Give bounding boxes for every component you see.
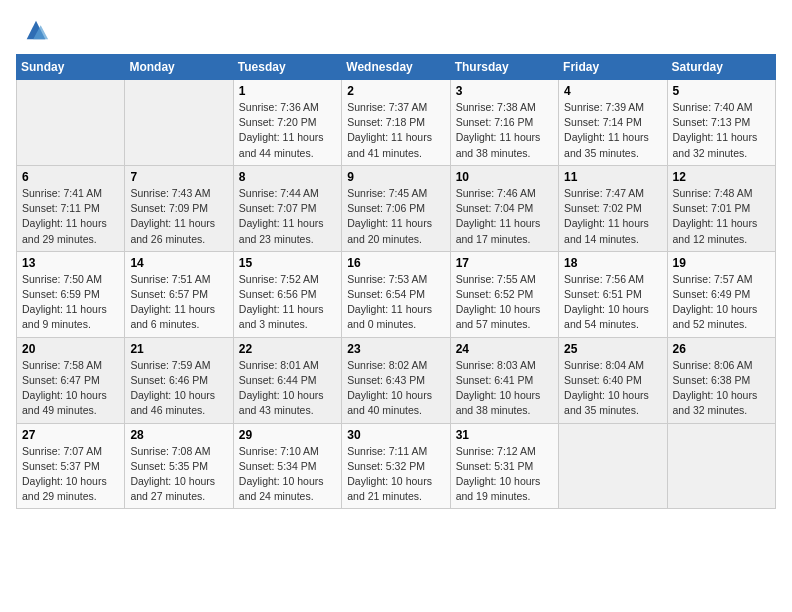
day-info: Sunrise: 7:38 AM Sunset: 7:16 PM Dayligh… bbox=[456, 100, 553, 161]
sunset: Sunset: 7:07 PM bbox=[239, 201, 336, 216]
day-number: 17 bbox=[456, 256, 553, 270]
sunrise: Sunrise: 7:38 AM bbox=[456, 100, 553, 115]
day-info: Sunrise: 7:12 AM Sunset: 5:31 PM Dayligh… bbox=[456, 444, 553, 505]
calendar-cell: 11 Sunrise: 7:47 AM Sunset: 7:02 PM Dayl… bbox=[559, 165, 667, 251]
calendar-cell: 28 Sunrise: 7:08 AM Sunset: 5:35 PM Dayl… bbox=[125, 423, 233, 509]
calendar-cell: 23 Sunrise: 8:02 AM Sunset: 6:43 PM Dayl… bbox=[342, 337, 450, 423]
day-info: Sunrise: 7:48 AM Sunset: 7:01 PM Dayligh… bbox=[673, 186, 770, 247]
daylight: Daylight: 11 hours and 9 minutes. bbox=[22, 302, 119, 332]
sunset: Sunset: 7:18 PM bbox=[347, 115, 444, 130]
sunrise: Sunrise: 7:50 AM bbox=[22, 272, 119, 287]
sunset: Sunset: 7:16 PM bbox=[456, 115, 553, 130]
week-row-3: 13 Sunrise: 7:50 AM Sunset: 6:59 PM Dayl… bbox=[17, 251, 776, 337]
calendar-cell: 2 Sunrise: 7:37 AM Sunset: 7:18 PM Dayli… bbox=[342, 80, 450, 166]
calendar-cell: 8 Sunrise: 7:44 AM Sunset: 7:07 PM Dayli… bbox=[233, 165, 341, 251]
daylight: Daylight: 10 hours and 32 minutes. bbox=[673, 388, 770, 418]
sunrise: Sunrise: 7:53 AM bbox=[347, 272, 444, 287]
sunset: Sunset: 7:01 PM bbox=[673, 201, 770, 216]
calendar-table: SundayMondayTuesdayWednesdayThursdayFrid… bbox=[16, 54, 776, 509]
sunset: Sunset: 7:20 PM bbox=[239, 115, 336, 130]
sunrise: Sunrise: 7:58 AM bbox=[22, 358, 119, 373]
sunrise: Sunrise: 7:43 AM bbox=[130, 186, 227, 201]
sunrise: Sunrise: 7:08 AM bbox=[130, 444, 227, 459]
sunrise: Sunrise: 8:06 AM bbox=[673, 358, 770, 373]
header-sunday: Sunday bbox=[17, 55, 125, 80]
day-info: Sunrise: 7:45 AM Sunset: 7:06 PM Dayligh… bbox=[347, 186, 444, 247]
day-number: 15 bbox=[239, 256, 336, 270]
sunrise: Sunrise: 8:04 AM bbox=[564, 358, 661, 373]
sunset: Sunset: 7:11 PM bbox=[22, 201, 119, 216]
day-number: 5 bbox=[673, 84, 770, 98]
daylight: Daylight: 11 hours and 23 minutes. bbox=[239, 216, 336, 246]
sunset: Sunset: 6:51 PM bbox=[564, 287, 661, 302]
day-info: Sunrise: 7:47 AM Sunset: 7:02 PM Dayligh… bbox=[564, 186, 661, 247]
header-thursday: Thursday bbox=[450, 55, 558, 80]
daylight: Daylight: 11 hours and 20 minutes. bbox=[347, 216, 444, 246]
daylight: Daylight: 11 hours and 32 minutes. bbox=[673, 130, 770, 160]
daylight: Daylight: 11 hours and 44 minutes. bbox=[239, 130, 336, 160]
day-info: Sunrise: 7:55 AM Sunset: 6:52 PM Dayligh… bbox=[456, 272, 553, 333]
day-info: Sunrise: 7:11 AM Sunset: 5:32 PM Dayligh… bbox=[347, 444, 444, 505]
day-info: Sunrise: 7:10 AM Sunset: 5:34 PM Dayligh… bbox=[239, 444, 336, 505]
calendar-cell: 21 Sunrise: 7:59 AM Sunset: 6:46 PM Dayl… bbox=[125, 337, 233, 423]
calendar-cell: 27 Sunrise: 7:07 AM Sunset: 5:37 PM Dayl… bbox=[17, 423, 125, 509]
calendar-cell bbox=[17, 80, 125, 166]
day-info: Sunrise: 7:57 AM Sunset: 6:49 PM Dayligh… bbox=[673, 272, 770, 333]
day-info: Sunrise: 8:06 AM Sunset: 6:38 PM Dayligh… bbox=[673, 358, 770, 419]
daylight: Daylight: 10 hours and 54 minutes. bbox=[564, 302, 661, 332]
calendar-cell: 18 Sunrise: 7:56 AM Sunset: 6:51 PM Dayl… bbox=[559, 251, 667, 337]
day-number: 11 bbox=[564, 170, 661, 184]
sunset: Sunset: 6:47 PM bbox=[22, 373, 119, 388]
sunrise: Sunrise: 7:59 AM bbox=[130, 358, 227, 373]
day-number: 24 bbox=[456, 342, 553, 356]
calendar-cell: 12 Sunrise: 7:48 AM Sunset: 7:01 PM Dayl… bbox=[667, 165, 775, 251]
day-info: Sunrise: 7:46 AM Sunset: 7:04 PM Dayligh… bbox=[456, 186, 553, 247]
sunrise: Sunrise: 7:44 AM bbox=[239, 186, 336, 201]
day-info: Sunrise: 7:59 AM Sunset: 6:46 PM Dayligh… bbox=[130, 358, 227, 419]
sunrise: Sunrise: 7:40 AM bbox=[673, 100, 770, 115]
day-number: 8 bbox=[239, 170, 336, 184]
calendar-cell bbox=[667, 423, 775, 509]
day-info: Sunrise: 7:58 AM Sunset: 6:47 PM Dayligh… bbox=[22, 358, 119, 419]
sunrise: Sunrise: 7:10 AM bbox=[239, 444, 336, 459]
day-number: 25 bbox=[564, 342, 661, 356]
daylight: Daylight: 10 hours and 40 minutes. bbox=[347, 388, 444, 418]
daylight: Daylight: 10 hours and 57 minutes. bbox=[456, 302, 553, 332]
day-info: Sunrise: 7:39 AM Sunset: 7:14 PM Dayligh… bbox=[564, 100, 661, 161]
daylight: Daylight: 11 hours and 26 minutes. bbox=[130, 216, 227, 246]
sunset: Sunset: 6:38 PM bbox=[673, 373, 770, 388]
calendar-cell: 7 Sunrise: 7:43 AM Sunset: 7:09 PM Dayli… bbox=[125, 165, 233, 251]
calendar-cell: 9 Sunrise: 7:45 AM Sunset: 7:06 PM Dayli… bbox=[342, 165, 450, 251]
daylight: Daylight: 11 hours and 6 minutes. bbox=[130, 302, 227, 332]
sunrise: Sunrise: 7:46 AM bbox=[456, 186, 553, 201]
sunset: Sunset: 5:35 PM bbox=[130, 459, 227, 474]
day-info: Sunrise: 7:51 AM Sunset: 6:57 PM Dayligh… bbox=[130, 272, 227, 333]
day-info: Sunrise: 8:04 AM Sunset: 6:40 PM Dayligh… bbox=[564, 358, 661, 419]
calendar-cell: 26 Sunrise: 8:06 AM Sunset: 6:38 PM Dayl… bbox=[667, 337, 775, 423]
day-number: 16 bbox=[347, 256, 444, 270]
sunrise: Sunrise: 7:47 AM bbox=[564, 186, 661, 201]
calendar-cell: 25 Sunrise: 8:04 AM Sunset: 6:40 PM Dayl… bbox=[559, 337, 667, 423]
calendar-cell: 16 Sunrise: 7:53 AM Sunset: 6:54 PM Dayl… bbox=[342, 251, 450, 337]
sunrise: Sunrise: 7:57 AM bbox=[673, 272, 770, 287]
calendar-cell: 5 Sunrise: 7:40 AM Sunset: 7:13 PM Dayli… bbox=[667, 80, 775, 166]
sunset: Sunset: 6:49 PM bbox=[673, 287, 770, 302]
sunrise: Sunrise: 7:48 AM bbox=[673, 186, 770, 201]
day-info: Sunrise: 7:44 AM Sunset: 7:07 PM Dayligh… bbox=[239, 186, 336, 247]
calendar-cell bbox=[125, 80, 233, 166]
header-tuesday: Tuesday bbox=[233, 55, 341, 80]
week-row-4: 20 Sunrise: 7:58 AM Sunset: 6:47 PM Dayl… bbox=[17, 337, 776, 423]
sunrise: Sunrise: 8:02 AM bbox=[347, 358, 444, 373]
sunset: Sunset: 6:57 PM bbox=[130, 287, 227, 302]
sunrise: Sunrise: 7:39 AM bbox=[564, 100, 661, 115]
calendar-cell: 3 Sunrise: 7:38 AM Sunset: 7:16 PM Dayli… bbox=[450, 80, 558, 166]
day-info: Sunrise: 7:08 AM Sunset: 5:35 PM Dayligh… bbox=[130, 444, 227, 505]
logo-icon bbox=[22, 16, 50, 44]
sunset: Sunset: 7:06 PM bbox=[347, 201, 444, 216]
day-number: 6 bbox=[22, 170, 119, 184]
day-number: 4 bbox=[564, 84, 661, 98]
day-info: Sunrise: 7:36 AM Sunset: 7:20 PM Dayligh… bbox=[239, 100, 336, 161]
calendar-cell: 4 Sunrise: 7:39 AM Sunset: 7:14 PM Dayli… bbox=[559, 80, 667, 166]
sunset: Sunset: 5:37 PM bbox=[22, 459, 119, 474]
day-number: 26 bbox=[673, 342, 770, 356]
